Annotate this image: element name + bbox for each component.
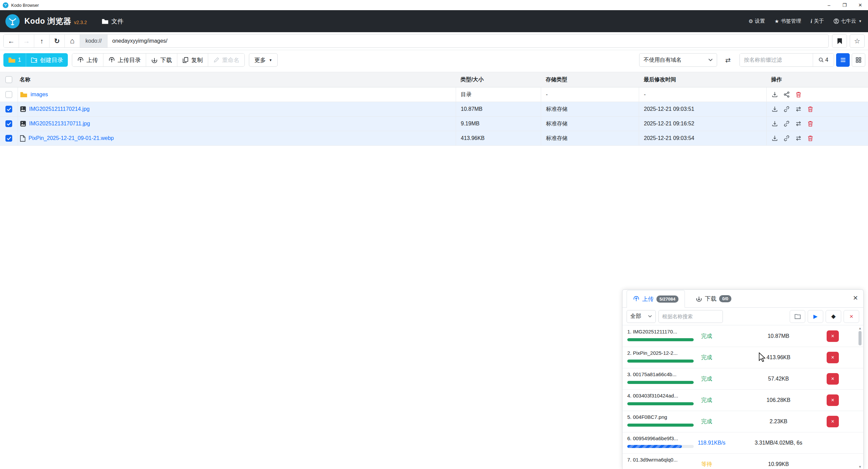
filter-input[interactable] (740, 54, 813, 66)
row-checkbox[interactable] (5, 91, 12, 98)
menu-bookmarks[interactable]: ★ 书签管理 (774, 18, 801, 24)
menu-about-label: 关于 (814, 18, 824, 24)
header-name[interactable]: 名称 (18, 72, 456, 87)
menu-account[interactable]: 七牛云 ▼ (833, 18, 862, 24)
tab-download-label: 下载 (705, 295, 716, 303)
clear-finished-button[interactable]: ◆ (826, 310, 841, 323)
upload-dir-button[interactable]: 上传目录 (103, 54, 146, 66)
remove-item-button[interactable]: × (827, 373, 839, 385)
transfer-close-button[interactable]: × (853, 294, 858, 302)
download-icon[interactable] (771, 106, 778, 113)
tab-upload[interactable]: 上传 5/27084 (627, 290, 685, 308)
trash-icon[interactable] (807, 106, 814, 113)
status-filter-select[interactable]: 全部 (627, 310, 656, 323)
remove-item-button[interactable]: × (827, 416, 839, 427)
header-storage[interactable]: 存储类型 (541, 72, 639, 87)
row-checkbox[interactable] (5, 135, 12, 142)
select-all-checkbox[interactable] (5, 76, 12, 83)
table-row[interactable]: IMG20251213170711.jpg 9.19MB 标准存储 2025-1… (0, 117, 868, 131)
upload-icon (77, 57, 84, 63)
tab-upload-label: 上传 (642, 295, 654, 303)
file-link[interactable]: PixPin_2025-12-21_09-01-21.webp (28, 135, 114, 141)
row-checkbox[interactable] (5, 120, 12, 127)
scroll-down-icon[interactable]: ▼ (857, 465, 863, 469)
domain-refresh-button[interactable]: ⇄ (720, 53, 736, 67)
create-dir-button[interactable]: 创建目录 (26, 56, 68, 64)
trash-icon[interactable] (807, 135, 814, 142)
header-type-size[interactable]: 类型/大小 (456, 72, 541, 87)
cell-storage: 标准存储 (541, 131, 639, 145)
search-count[interactable]: 4 (813, 54, 834, 66)
remove-all-button[interactable]: × (844, 310, 859, 323)
more-button[interactable]: 更多 ▼ (249, 53, 278, 67)
home-icon: ⌂ (70, 37, 74, 45)
menu-about[interactable]: i 关于 (811, 18, 824, 24)
refresh-icon: ↻ (54, 37, 60, 45)
close-icon: × (831, 354, 834, 361)
table-row[interactable]: IMG20251211170214.jpg 10.87MB 标准存储 2025-… (0, 102, 868, 117)
status-filter-value: 全部 (630, 313, 641, 320)
refresh-button[interactable]: ↻ (50, 35, 65, 47)
close-button[interactable]: × (852, 0, 868, 10)
rename-button[interactable]: 重命名 (208, 54, 244, 66)
download-icon[interactable] (771, 120, 778, 127)
trash-icon[interactable] (807, 120, 814, 127)
upload-button[interactable]: 上传 (72, 54, 103, 66)
download-icon[interactable] (771, 135, 778, 142)
download-button[interactable]: 下载 (146, 54, 177, 66)
table-row[interactable]: PixPin_2025-12-21_09-01-21.webp 413.96KB… (0, 131, 868, 146)
menu-settings[interactable]: ⚙ 设置 (749, 18, 765, 24)
trash-icon[interactable] (795, 91, 802, 98)
swap-icon[interactable] (795, 135, 802, 142)
transfer-item: 1. IMG20251211170... 完成 10.87MB × (623, 326, 863, 347)
address-path[interactable]: onedayxyyimg/images/ (107, 35, 828, 47)
row-checkbox[interactable] (5, 106, 12, 113)
minimize-button[interactable]: – (821, 0, 837, 10)
file-link[interactable]: IMG20251211170214.jpg (29, 106, 90, 112)
table-row[interactable]: images 目录 - - (0, 87, 868, 102)
transfer-size: 57.42KB (734, 368, 823, 389)
scrollbar-thumb[interactable] (859, 331, 862, 345)
bookmark-button[interactable] (832, 34, 847, 48)
swap-icon[interactable] (795, 120, 802, 127)
resume-all-button[interactable]: ▶ (808, 310, 823, 323)
remove-item-button[interactable]: × (827, 394, 839, 406)
open-folder-button[interactable] (790, 310, 805, 323)
remove-item-button[interactable]: × (827, 330, 839, 342)
transfer-item-name: 4. 003403f310424ad... (627, 393, 698, 399)
maximize-icon: ❐ (843, 2, 847, 8)
tab-download[interactable]: 下载 0/0 (690, 290, 737, 307)
nav-files[interactable]: 文件 (102, 17, 123, 25)
copy-button[interactable]: 复制 (177, 54, 208, 66)
transfer-scrollbar[interactable]: ▲ ▼ (857, 326, 863, 469)
up-button[interactable]: ↑ (34, 35, 50, 47)
scroll-up-icon[interactable]: ▲ (857, 326, 863, 330)
share-icon[interactable] (783, 91, 790, 98)
maximize-button[interactable]: ❐ (837, 0, 852, 10)
swap-icon[interactable] (795, 106, 802, 113)
selected-count-chip[interactable]: 1 (3, 57, 26, 63)
forward-button[interactable]: → (19, 35, 34, 47)
back-button[interactable]: ← (4, 35, 19, 47)
link-icon[interactable] (783, 120, 790, 127)
cell-modified: 2025-12-21 09:03:51 (639, 102, 766, 116)
refresh-icon: ⇄ (725, 56, 731, 64)
file-icon (20, 135, 25, 142)
remove-item-button[interactable]: × (827, 352, 839, 363)
link-icon[interactable] (783, 106, 790, 113)
transfer-search-input[interactable] (658, 310, 723, 323)
file-link[interactable]: images (31, 91, 48, 98)
result-count: 4 (825, 57, 828, 63)
file-link[interactable]: IMG20251213170711.jpg (29, 121, 90, 127)
header-modified[interactable]: 最后修改时间 (639, 72, 766, 87)
close-icon: × (859, 2, 862, 9)
domain-select[interactable]: 不使用自有域名 (639, 53, 717, 67)
list-view-button[interactable] (836, 53, 850, 67)
link-icon[interactable] (783, 135, 790, 142)
download-icon[interactable] (771, 91, 778, 98)
favorite-button[interactable]: ☆ (850, 34, 865, 48)
window-title: Kodo Browser (11, 3, 39, 8)
home-button[interactable]: ⌂ (65, 35, 80, 47)
grid-view-button[interactable] (852, 53, 865, 67)
transfer-item: 4. 003403f310424ad... 完成 106.28KB × (623, 390, 863, 411)
